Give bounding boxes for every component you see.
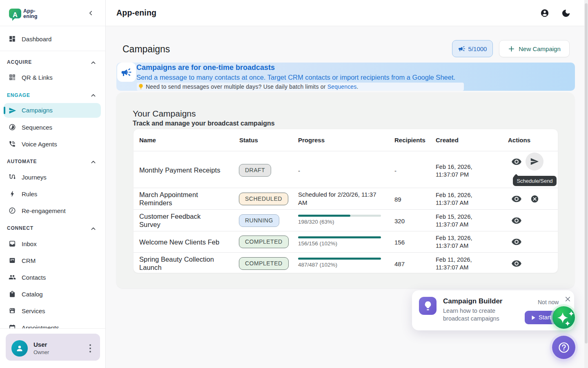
svg-text:A: A [13, 11, 18, 18]
